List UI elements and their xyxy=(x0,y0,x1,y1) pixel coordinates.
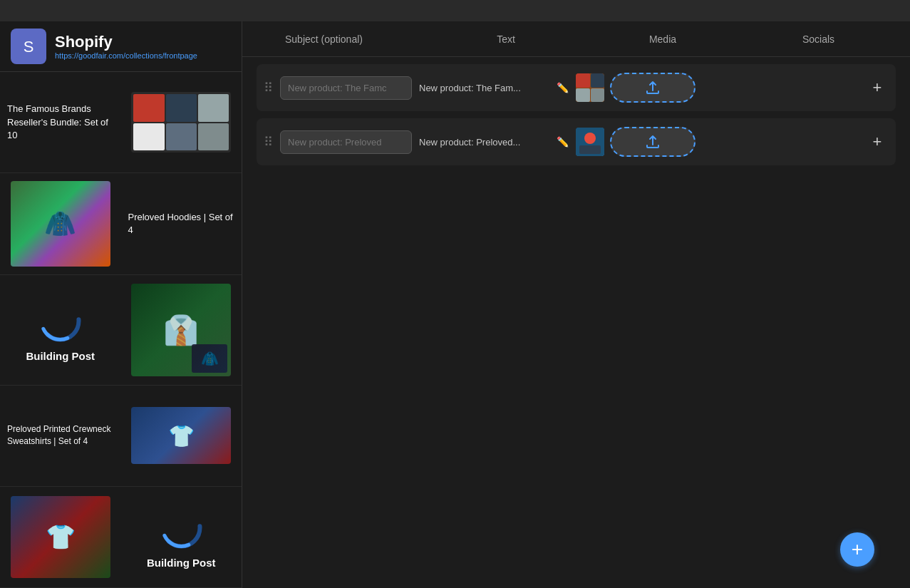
svg-rect-13 xyxy=(579,145,601,154)
product-image-cell-1 xyxy=(121,72,242,172)
product-image-5: 👕 xyxy=(11,496,110,578)
add-row-button[interactable]: + xyxy=(840,532,874,567)
drag-handle-1[interactable]: ⠿ xyxy=(264,80,273,96)
col-header-text: Text xyxy=(428,33,584,45)
sidebar: S Shopify https://goodfair.com/collectio… xyxy=(0,21,242,588)
sweatshirt-image-cell: 👕 xyxy=(0,487,121,587)
col-header-socials: Socials xyxy=(741,33,896,45)
spinner-5 xyxy=(158,505,205,551)
subject-input-2[interactable] xyxy=(280,130,412,154)
product-row-2: 🧥 Preloved Hoodies | Set of 4 xyxy=(0,173,242,274)
flannel-image-cell: 👔 🧥 xyxy=(121,275,242,386)
thumbnail-1 xyxy=(576,73,604,102)
shopify-logo: S xyxy=(11,29,46,64)
subject-input-1[interactable] xyxy=(280,76,412,100)
upload-button-1[interactable] xyxy=(610,73,696,103)
svg-rect-8 xyxy=(591,73,604,88)
right-content: Subject (optional) Text Media Socials ⠿ … xyxy=(242,21,910,588)
upload-button-2[interactable] xyxy=(610,127,696,157)
shopify-url[interactable]: https://goodfair.com/collections/frontpa… xyxy=(55,51,197,60)
svg-text:S: S xyxy=(24,38,34,56)
building-post-cell-5: Building Post xyxy=(121,487,242,587)
building-post-cell-3: Building Post xyxy=(0,275,121,386)
svg-point-12 xyxy=(584,133,596,144)
shopify-title-area: Shopify https://goodfair.com/collections… xyxy=(55,33,197,60)
post-rows: ⠿ New product: The Fam... ✏️ xyxy=(242,57,910,588)
main-layout: S Shopify https://goodfair.com/collectio… xyxy=(0,21,910,588)
text-value-1: New product: The Fam... xyxy=(419,83,551,93)
product-name-4: Preloved Printed Crewneck Sweatshirts | … xyxy=(7,423,114,448)
column-headers: Subject (optional) Text Media Socials xyxy=(242,21,910,57)
plus-button-2[interactable]: + xyxy=(866,130,889,153)
building-post-label-3: Building Post xyxy=(26,350,95,362)
text-value-2: New product: Preloved... xyxy=(419,137,551,148)
product-row-5: 👕 Building Post xyxy=(0,487,242,588)
product-row-3: Building Post 👔 🧥 xyxy=(0,275,242,386)
edit-icon-2[interactable]: ✏️ xyxy=(557,136,569,148)
edit-icon-1[interactable]: ✏️ xyxy=(557,82,569,93)
product-image-1 xyxy=(131,92,231,153)
post-row-2: ⠿ New product: Preloved... ✏️ xyxy=(257,118,896,165)
col-header-subject: Subject (optional) xyxy=(285,33,428,45)
building-post-5: Building Post xyxy=(147,505,216,569)
svg-rect-10 xyxy=(591,88,604,102)
svg-rect-9 xyxy=(576,88,590,102)
text-area-2: New product: Preloved... ✏️ xyxy=(419,136,569,148)
thumbnail-2 xyxy=(576,128,604,156)
product-name-cell-2: Preloved Hoodies | Set of 4 xyxy=(121,173,242,274)
svg-rect-7 xyxy=(576,73,590,88)
shopify-title: Shopify xyxy=(55,33,197,51)
product-name-cell-1: The Famous Brands Reseller's Bundle: Set… xyxy=(0,72,121,172)
product-image-2: 🧥 xyxy=(11,181,110,267)
product-row-1: The Famous Brands Reseller's Bundle: Set… xyxy=(0,72,242,173)
media-area-1 xyxy=(576,73,725,103)
col-header-media: Media xyxy=(584,33,741,45)
building-post-3: Building Post xyxy=(26,298,95,362)
product-name-1: The Famous Brands Reseller's Bundle: Set… xyxy=(7,103,114,142)
post-row-1: ⠿ New product: The Fam... ✏️ xyxy=(257,64,896,111)
top-bar xyxy=(0,0,910,21)
plus-button-1[interactable]: + xyxy=(866,76,889,99)
product-image-3: 👔 🧥 xyxy=(131,284,231,376)
building-post-label-5: Building Post xyxy=(147,557,216,569)
product-name-cell-4: Preloved Printed Crewneck Sweatshirts | … xyxy=(0,386,121,486)
spinner-3 xyxy=(37,298,83,344)
product-image-cell-2: 🧥 xyxy=(0,173,121,274)
product-image-4: 👕 xyxy=(131,407,231,464)
text-area-1: New product: The Fam... ✏️ xyxy=(419,82,569,93)
shopify-header: S Shopify https://goodfair.com/collectio… xyxy=(0,21,242,72)
drag-handle-2[interactable]: ⠿ xyxy=(264,134,273,150)
product-row-4: Preloved Printed Crewneck Sweatshirts | … xyxy=(0,386,242,487)
product-image-cell-4: 👕 xyxy=(121,386,242,486)
product-name-2: Preloved Hoodies | Set of 4 xyxy=(128,211,235,237)
media-area-2 xyxy=(576,127,725,157)
